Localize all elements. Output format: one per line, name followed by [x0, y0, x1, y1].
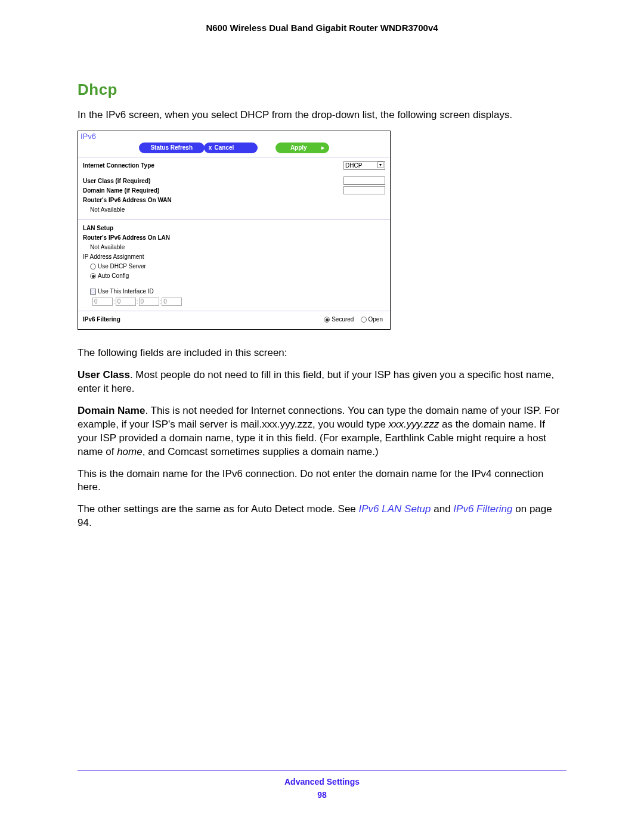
use-dhcp-server-label: Use DHCP Server	[98, 263, 146, 270]
secured-label: Secured	[332, 316, 354, 323]
lan-section: LAN Setup Router's IPv6 Address On LAN N…	[78, 220, 390, 311]
ip-assignment-label: IP Address Assignment	[83, 252, 385, 262]
use-dhcp-server-radio[interactable]	[90, 264, 96, 270]
panel-button-row: Status Refresh xCancel Apply▸	[78, 141, 390, 157]
use-interface-id-label: Use This Interface ID	[98, 288, 154, 295]
other-text-1: The other settings are the same as for A…	[78, 503, 359, 515]
open-label: Open	[369, 316, 383, 323]
wan-addr-label: Router's IPv6 Address On WAN	[83, 197, 172, 203]
domain-name-label: Domain Name (if Required)	[83, 187, 159, 194]
fields-intro: The following fields are included in thi…	[78, 346, 566, 360]
wan-addr-value: Not Available	[83, 205, 385, 215]
interface-id-input-3[interactable]: 0	[139, 298, 159, 306]
interface-id-row: 0:0:0:0	[83, 298, 385, 306]
use-interface-id-checkbox[interactable]	[90, 289, 96, 295]
apply-label: Apply	[290, 144, 307, 151]
connection-type-select[interactable]: DHCP ▾	[343, 161, 385, 170]
intro-text: In the IPv6 screen, when you select DHCP…	[78, 109, 566, 122]
lan-addr-value: Not Available	[83, 243, 385, 252]
user-class-input[interactable]	[343, 176, 385, 185]
page-footer: Advanced Settings 98	[78, 770, 566, 800]
domain-name-bold: Domain Name	[78, 405, 145, 416]
interface-id-input-2[interactable]: 0	[116, 298, 136, 306]
chevron-down-icon: ▾	[377, 162, 383, 168]
chevron-right-icon: ▸	[321, 143, 324, 153]
apply-button[interactable]: Apply▸	[275, 143, 329, 153]
domain-name-italic-1: xxx.yyy.zzz	[389, 419, 439, 430]
connection-type-value: DHCP	[345, 162, 362, 169]
link-ipv6-lan-setup[interactable]: IPv6 LAN Setup	[359, 503, 434, 515]
domain-name-italic-2: home	[117, 446, 143, 457]
connection-section: Internet Connection Type DHCP ▾ User Cla…	[78, 157, 390, 220]
domain-name-input[interactable]	[343, 186, 385, 194]
user-class-label: User Class (if Required)	[83, 178, 150, 184]
section-title-dhcp: Dhcp	[78, 80, 566, 99]
domain-name-paragraph: Domain Name. This is not needed for Inte…	[78, 404, 566, 459]
filtering-section: IPv6 Filtering Secured Open	[78, 311, 390, 329]
interface-id-input-1[interactable]: 0	[92, 298, 113, 306]
ipv6-filtering-label: IPv6 Filtering	[83, 316, 120, 323]
lan-setup-title: LAN Setup	[83, 224, 385, 233]
user-class-bold: User Class	[78, 369, 130, 380]
footer-section-title: Advanced Settings	[78, 777, 566, 786]
other-text-2: and	[434, 503, 453, 515]
interface-id-input-4[interactable]: 0	[162, 298, 182, 306]
domain-name-text-3: , and Comcast sometimes supplies a domai…	[143, 446, 379, 457]
lan-addr-label: Router's IPv6 Address On LAN	[83, 233, 385, 243]
user-class-paragraph: User Class. Most people do not need to f…	[78, 368, 566, 396]
open-radio[interactable]	[361, 317, 367, 323]
link-ipv6-filtering[interactable]: IPv6 Filtering	[453, 503, 512, 515]
user-class-text: . Most people do not need to fill in thi…	[78, 369, 554, 394]
ipv4-note: This is the domain name for the IPv6 con…	[78, 467, 566, 495]
cancel-label: Cancel	[215, 144, 234, 151]
ipv6-screenshot: IPv6 Status Refresh xCancel Apply▸ Inter…	[78, 131, 391, 330]
status-refresh-button[interactable]: Status Refresh	[139, 143, 205, 153]
panel-title: IPv6	[78, 131, 390, 141]
close-icon: x	[206, 143, 215, 153]
auto-config-label: Auto Config	[98, 272, 129, 279]
other-settings-paragraph: The other settings are the same as for A…	[78, 503, 566, 530]
secured-radio[interactable]	[324, 317, 330, 323]
connection-type-label: Internet Connection Type	[83, 162, 154, 169]
footer-page-number: 98	[78, 790, 566, 800]
auto-config-radio[interactable]	[90, 273, 96, 279]
page-header-title: N600 Wireless Dual Band Gigabit Router W…	[78, 23, 566, 33]
cancel-button[interactable]: xCancel	[204, 143, 258, 153]
